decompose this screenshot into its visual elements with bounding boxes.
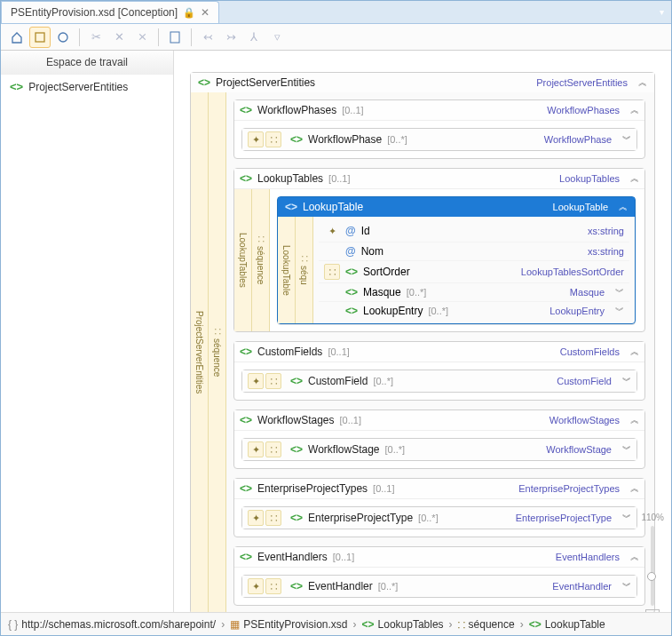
document-icon[interactable] [164,27,186,48]
element-eventhandlers[interactable]: <> EventHandlers [0..1] EventHandlers ︽ … [233,546,645,606]
element-customfield[interactable]: ✦⸬ <> CustomField [0..*] CustomField ︾ [241,370,637,393]
sequence-tool-icon[interactable]: ⸬ [265,373,281,389]
element-lookupentry[interactable]: <>LookupEntry[0..*]LookupEntry︾ [319,301,629,320]
collapse-icon[interactable]: ︽ [630,172,639,185]
element-type[interactable]: CustomFields [560,346,620,357]
collapse-icon[interactable]: ︽ [619,201,628,213]
workflowphases-header[interactable]: <> WorkflowPhases [0..1] WorkflowPhases … [234,100,644,121]
enterpriseprojecttypes-header[interactable]: <> EnterpriseProjectTypes [0..1] Enterpr… [234,479,644,499]
expand-icon[interactable]: ︾ [615,286,624,298]
expand-icon[interactable]: ︾ [622,133,631,146]
root-sequence-stripe[interactable]: ⸬séquence [209,92,226,612]
element-type[interactable]: EventHandlers [556,552,620,562]
filter-icon: ▿ [266,27,288,48]
lookuptables-sequence-stripe[interactable]: ⸬séquence [252,189,270,331]
expand-icon[interactable]: ︾ [622,375,631,387]
svg-rect-2 [170,32,179,43]
home-icon[interactable] [6,27,28,48]
attribute-id[interactable]: ✦@Idxs:string [319,220,629,242]
element-type[interactable]: LookupTables [559,173,620,184]
type-tool-icon[interactable]: ✦ [248,578,264,594]
element-type[interactable]: LookupTable [553,202,608,212]
lookuptable-sequence-stripe[interactable]: ⸬séqu [296,217,313,323]
member-type[interactable]: Masque [570,287,605,298]
lookuptables-type-stripe[interactable]: LookupTables [234,189,252,331]
lookuptable-type-stripe[interactable]: LookupTable [278,217,296,323]
element-lookuptable[interactable]: <> LookupTable LookupTable ︽ LookupTable [277,196,636,324]
element-lookuptables[interactable]: <> LookupTables [0..1] LookupTables ︽ Lo… [233,168,645,332]
expand-icon[interactable]: ︾ [622,512,631,524]
expand-icon[interactable]: ︾ [615,305,624,317]
element-name: EventHandler [308,580,373,592]
element-type[interactable]: WorkflowStages [549,415,620,425]
collapse-icon[interactable]: ︽ [630,346,639,358]
minimap-icon[interactable] [645,609,660,612]
element-workflowstage[interactable]: ✦⸬ <> WorkflowStage [0..*] WorkflowStage… [241,438,637,461]
element-type[interactable]: EnterpriseProjectType [516,513,612,523]
collapse-icon[interactable]: ︽ [630,414,639,426]
zoom-track[interactable] [651,526,654,606]
element-workflowstages[interactable]: <> WorkflowStages [0..1] WorkflowStages … [233,409,645,469]
tab-overflow-icon[interactable]: ▾ [652,7,671,17]
root-header[interactable]: <> ProjectServerEntities ProjectServerEn… [191,73,654,92]
element-type[interactable]: EventHandler [552,581,612,592]
element-sortorder[interactable]: ⸬<>SortOrderLookupTablesSortOrder [319,260,629,282]
attribute-nom[interactable]: @Nomxs:string [319,242,629,260]
root-element-box[interactable]: <> ProjectServerEntities ProjectServerEn… [190,72,655,612]
zoom-slider[interactable]: 110% [641,513,664,612]
collapse-icon[interactable]: ︽ [630,551,639,563]
breadcrumb-namespace[interactable]: { }http://schemas.microsoft.com/sharepoi… [8,618,216,631]
eventhandlers-header[interactable]: <> EventHandlers [0..1] EventHandlers ︽ [234,547,644,568]
type-tool-icon[interactable]: ✦ [248,131,264,147]
sequence-tool-icon[interactable]: ⸬ [265,131,281,147]
type-tool-icon[interactable]: ✦ [248,373,264,389]
element-type[interactable]: EnterpriseProjectTypes [518,483,620,494]
tab-title: PSEntityProvision.xsd [Conception] [11,6,178,19]
member-type[interactable]: xs:string [588,246,624,257]
root-type-stripe[interactable]: ProjectServerEntities [191,92,209,612]
element-eventhandler[interactable]: ✦⸬ <> EventHandler [0..*] EventHandler ︾ [241,575,637,598]
collapse-icon[interactable]: ︽ [630,104,639,116]
element-customfields[interactable]: <> CustomFields [0..1] CustomFields ︽ ✦⸬… [233,341,645,401]
breadcrumb-sequence[interactable]: ⸬séquence [458,618,515,631]
element-enterpriseprojecttypes[interactable]: <> EnterpriseProjectTypes [0..1] Enterpr… [233,478,645,537]
element-view-icon[interactable] [29,27,51,48]
element-enterpriseprojecttype[interactable]: ✦⸬ <> EnterpriseProjectType [0..*] Enter… [241,506,637,529]
member-type[interactable]: LookupTablesSortOrder [521,266,624,277]
file-tab[interactable]: PSEntityProvision.xsd [Conception] 🔒 ✕ [1,1,219,23]
element-workflowphase[interactable]: ✦⸬ <> WorkflowPhase [0..*] WorkflowPhase… [241,128,637,151]
collapse-icon[interactable]: ︽ [638,76,647,89]
close-icon[interactable]: ✕ [201,6,210,19]
bc-text: PSEntityProvision.xsd [243,618,347,631]
breadcrumb-lookuptable[interactable]: <>LookupTable [529,618,605,631]
breadcrumb-file[interactable]: ▦PSEntityProvision.xsd [230,618,347,631]
customfields-header[interactable]: <> CustomFields [0..1] CustomFields ︽ [234,342,644,362]
element-masque[interactable]: <>Masque[0..*]Masque︾ [319,282,629,301]
sequence-tool-icon[interactable]: ⸬ [265,578,281,594]
member-type[interactable]: xs:string [588,226,624,236]
sequence-tool-icon[interactable]: ⸬ [265,441,281,457]
type-tool-icon[interactable]: ✦ [248,510,264,526]
attribute-view-icon[interactable] [52,27,74,48]
zoom-knob[interactable] [647,572,656,581]
schema-explorer: Espace de travail <> ProjectServerEntiti… [1,51,174,612]
sequence-tool-icon[interactable]: ⸬ [265,510,281,526]
designer-canvas[interactable]: <> ProjectServerEntities ProjectServerEn… [174,51,671,612]
element-type[interactable]: WorkflowStage [546,444,612,455]
collapse-icon[interactable]: ︽ [630,482,639,495]
explorer-item-root[interactable]: <> ProjectServerEntities [1,75,173,99]
breadcrumb-lookuptables[interactable]: <>LookupTables [362,618,444,631]
element-workflowphases[interactable]: <> WorkflowPhases [0..1] WorkflowPhases … [233,99,645,159]
element-type[interactable]: WorkflowPhases [547,105,620,115]
type-tool-icon[interactable]: ✦ [248,441,264,457]
element-type[interactable]: CustomField [557,376,612,386]
root-type[interactable]: ProjectServerEntities [536,77,628,88]
workflowstages-header[interactable]: <> WorkflowStages [0..1] WorkflowStages … [234,410,644,431]
lookuptables-header[interactable]: <> LookupTables [0..1] LookupTables ︽ [234,169,644,189]
element-icon: <> [240,346,252,358]
expand-icon[interactable]: ︾ [622,443,631,456]
element-type[interactable]: WorkflowPhase [544,134,612,145]
lookuptable-header[interactable]: <> LookupTable LookupTable ︽ [278,197,635,217]
member-type[interactable]: LookupEntry [549,306,605,316]
expand-icon[interactable]: ︾ [622,580,631,592]
